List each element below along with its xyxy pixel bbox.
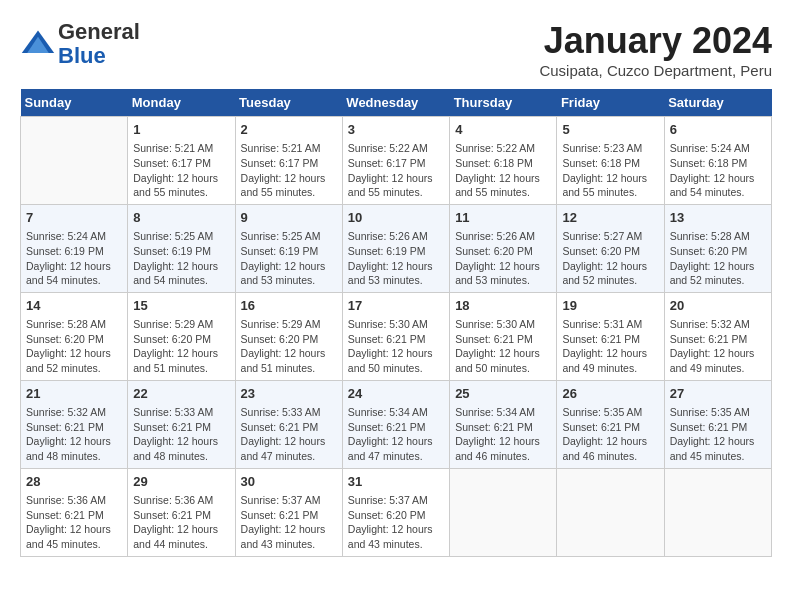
day-info: Sunrise: 5:23 AMSunset: 6:18 PMDaylight:… [562,141,658,200]
col-header-friday: Friday [557,89,664,117]
day-number: 27 [670,385,766,403]
header-row: SundayMondayTuesdayWednesdayThursdayFrid… [21,89,772,117]
calendar-cell: 29Sunrise: 5:36 AMSunset: 6:21 PMDayligh… [128,468,235,556]
day-info: Sunrise: 5:26 AMSunset: 6:19 PMDaylight:… [348,229,444,288]
location: Cusipata, Cuzco Department, Peru [539,62,772,79]
week-row-1: 1Sunrise: 5:21 AMSunset: 6:17 PMDaylight… [21,117,772,205]
day-number: 30 [241,473,337,491]
day-number: 11 [455,209,551,227]
day-number: 13 [670,209,766,227]
calendar-cell: 11Sunrise: 5:26 AMSunset: 6:20 PMDayligh… [450,204,557,292]
calendar-cell: 22Sunrise: 5:33 AMSunset: 6:21 PMDayligh… [128,380,235,468]
logo: General Blue [20,20,140,68]
calendar-cell: 1Sunrise: 5:21 AMSunset: 6:17 PMDaylight… [128,117,235,205]
calendar-cell: 31Sunrise: 5:37 AMSunset: 6:20 PMDayligh… [342,468,449,556]
day-number: 18 [455,297,551,315]
day-info: Sunrise: 5:21 AMSunset: 6:17 PMDaylight:… [133,141,229,200]
day-info: Sunrise: 5:34 AMSunset: 6:21 PMDaylight:… [455,405,551,464]
calendar-table: SundayMondayTuesdayWednesdayThursdayFrid… [20,89,772,557]
day-number: 25 [455,385,551,403]
calendar-cell: 12Sunrise: 5:27 AMSunset: 6:20 PMDayligh… [557,204,664,292]
day-info: Sunrise: 5:30 AMSunset: 6:21 PMDaylight:… [348,317,444,376]
week-row-4: 21Sunrise: 5:32 AMSunset: 6:21 PMDayligh… [21,380,772,468]
logo-text: General Blue [58,20,140,68]
day-number: 22 [133,385,229,403]
calendar-cell [664,468,771,556]
calendar-cell: 2Sunrise: 5:21 AMSunset: 6:17 PMDaylight… [235,117,342,205]
calendar-cell: 14Sunrise: 5:28 AMSunset: 6:20 PMDayligh… [21,292,128,380]
day-number: 16 [241,297,337,315]
day-info: Sunrise: 5:26 AMSunset: 6:20 PMDaylight:… [455,229,551,288]
logo-blue: Blue [58,43,106,68]
day-info: Sunrise: 5:31 AMSunset: 6:21 PMDaylight:… [562,317,658,376]
calendar-cell: 26Sunrise: 5:35 AMSunset: 6:21 PMDayligh… [557,380,664,468]
day-info: Sunrise: 5:34 AMSunset: 6:21 PMDaylight:… [348,405,444,464]
day-info: Sunrise: 5:22 AMSunset: 6:17 PMDaylight:… [348,141,444,200]
calendar-cell [21,117,128,205]
day-number: 9 [241,209,337,227]
calendar-cell: 25Sunrise: 5:34 AMSunset: 6:21 PMDayligh… [450,380,557,468]
col-header-tuesday: Tuesday [235,89,342,117]
calendar-cell: 15Sunrise: 5:29 AMSunset: 6:20 PMDayligh… [128,292,235,380]
day-info: Sunrise: 5:37 AMSunset: 6:21 PMDaylight:… [241,493,337,552]
calendar-cell: 19Sunrise: 5:31 AMSunset: 6:21 PMDayligh… [557,292,664,380]
day-info: Sunrise: 5:36 AMSunset: 6:21 PMDaylight:… [26,493,122,552]
day-info: Sunrise: 5:25 AMSunset: 6:19 PMDaylight:… [133,229,229,288]
page-header: General Blue January 2024 Cusipata, Cuzc… [20,20,772,79]
day-number: 6 [670,121,766,139]
calendar-cell: 23Sunrise: 5:33 AMSunset: 6:21 PMDayligh… [235,380,342,468]
day-number: 12 [562,209,658,227]
col-header-thursday: Thursday [450,89,557,117]
day-info: Sunrise: 5:25 AMSunset: 6:19 PMDaylight:… [241,229,337,288]
day-info: Sunrise: 5:29 AMSunset: 6:20 PMDaylight:… [133,317,229,376]
day-info: Sunrise: 5:35 AMSunset: 6:21 PMDaylight:… [562,405,658,464]
calendar-cell: 17Sunrise: 5:30 AMSunset: 6:21 PMDayligh… [342,292,449,380]
col-header-saturday: Saturday [664,89,771,117]
day-number: 4 [455,121,551,139]
day-info: Sunrise: 5:30 AMSunset: 6:21 PMDaylight:… [455,317,551,376]
calendar-cell: 8Sunrise: 5:25 AMSunset: 6:19 PMDaylight… [128,204,235,292]
calendar-cell: 9Sunrise: 5:25 AMSunset: 6:19 PMDaylight… [235,204,342,292]
title-block: January 2024 Cusipata, Cuzco Department,… [539,20,772,79]
calendar-cell: 4Sunrise: 5:22 AMSunset: 6:18 PMDaylight… [450,117,557,205]
calendar-cell [557,468,664,556]
day-info: Sunrise: 5:28 AMSunset: 6:20 PMDaylight:… [26,317,122,376]
calendar-cell: 18Sunrise: 5:30 AMSunset: 6:21 PMDayligh… [450,292,557,380]
day-number: 20 [670,297,766,315]
calendar-cell: 21Sunrise: 5:32 AMSunset: 6:21 PMDayligh… [21,380,128,468]
day-number: 1 [133,121,229,139]
day-number: 5 [562,121,658,139]
day-number: 28 [26,473,122,491]
day-info: Sunrise: 5:32 AMSunset: 6:21 PMDaylight:… [26,405,122,464]
day-info: Sunrise: 5:35 AMSunset: 6:21 PMDaylight:… [670,405,766,464]
day-number: 29 [133,473,229,491]
day-number: 21 [26,385,122,403]
day-number: 7 [26,209,122,227]
week-row-3: 14Sunrise: 5:28 AMSunset: 6:20 PMDayligh… [21,292,772,380]
day-number: 14 [26,297,122,315]
logo-general: General [58,19,140,44]
day-info: Sunrise: 5:33 AMSunset: 6:21 PMDaylight:… [133,405,229,464]
calendar-cell: 28Sunrise: 5:36 AMSunset: 6:21 PMDayligh… [21,468,128,556]
col-header-sunday: Sunday [21,89,128,117]
calendar-cell: 27Sunrise: 5:35 AMSunset: 6:21 PMDayligh… [664,380,771,468]
day-info: Sunrise: 5:22 AMSunset: 6:18 PMDaylight:… [455,141,551,200]
calendar-cell [450,468,557,556]
calendar-cell: 5Sunrise: 5:23 AMSunset: 6:18 PMDaylight… [557,117,664,205]
calendar-cell: 13Sunrise: 5:28 AMSunset: 6:20 PMDayligh… [664,204,771,292]
day-info: Sunrise: 5:27 AMSunset: 6:20 PMDaylight:… [562,229,658,288]
day-info: Sunrise: 5:32 AMSunset: 6:21 PMDaylight:… [670,317,766,376]
col-header-monday: Monday [128,89,235,117]
day-number: 26 [562,385,658,403]
day-info: Sunrise: 5:36 AMSunset: 6:21 PMDaylight:… [133,493,229,552]
day-number: 15 [133,297,229,315]
day-number: 31 [348,473,444,491]
day-number: 24 [348,385,444,403]
logo-icon [20,26,56,62]
calendar-cell: 30Sunrise: 5:37 AMSunset: 6:21 PMDayligh… [235,468,342,556]
day-info: Sunrise: 5:29 AMSunset: 6:20 PMDaylight:… [241,317,337,376]
day-info: Sunrise: 5:33 AMSunset: 6:21 PMDaylight:… [241,405,337,464]
day-number: 17 [348,297,444,315]
calendar-cell: 24Sunrise: 5:34 AMSunset: 6:21 PMDayligh… [342,380,449,468]
month-title: January 2024 [539,20,772,62]
